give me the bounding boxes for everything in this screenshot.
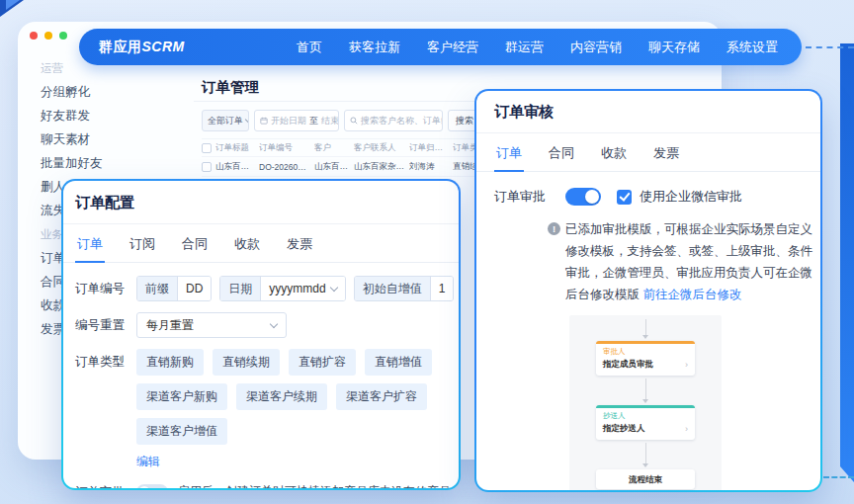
order-no-cell: DO-20260417-0... xyxy=(259,162,310,172)
flow-connector xyxy=(645,319,646,336)
node-title: 指定成员审批 xyxy=(603,359,653,371)
table-header-cell: 订单标题 xyxy=(215,142,255,154)
approval-info: ! 已添加审批模版，可根据企业实际场景自定义修改模板，支持会签、或签、上级审批、… xyxy=(565,218,814,305)
sidebar-item-chat-material[interactable]: 聊天素材 xyxy=(41,132,103,147)
nav-item-home[interactable]: 首页 xyxy=(297,39,322,56)
nav-item-acquisition[interactable]: 获客拉新 xyxy=(349,39,400,56)
minimize-window-icon[interactable] xyxy=(44,32,52,40)
order-type-tag[interactable]: 直销扩容 xyxy=(289,349,356,376)
config-tabs: 订单 订阅 合同 收款 发票 xyxy=(63,224,459,263)
screen: 群应用SCRM 首页 获客拉新 客户经营 群运营 内容营销 聊天存储 系统设置 … xyxy=(0,0,854,504)
sidebar-item-batch-add-friends[interactable]: 批量加好友 xyxy=(41,156,103,171)
order-type-tag[interactable]: 渠道客户增值 xyxy=(136,418,227,445)
order-title-cell: 山东百家杂技... xyxy=(215,161,255,173)
date-format-group[interactable]: 日期 yyyymmdd xyxy=(219,276,345,301)
order-config-panel: 订单配置 订单 订阅 合同 收款 发票 订单编号 前缀 DD 日期 yyyymm… xyxy=(61,179,461,490)
table-header-cell: 订单归属人 xyxy=(409,142,449,154)
tab-payment[interactable]: 收款 xyxy=(601,144,627,162)
seed-value[interactable]: 1 xyxy=(431,277,454,300)
panel-title: 订单配置 xyxy=(75,194,447,212)
date-end-placeholder: 结束日期 xyxy=(321,115,339,127)
audit-tabs: 订单 合同 收款 发票 xyxy=(476,133,820,172)
order-type-tag[interactable]: 直销增值 xyxy=(365,349,432,376)
order-type-tag[interactable]: 直销续期 xyxy=(213,349,280,376)
table-header-cell: 订单编号 xyxy=(259,142,310,154)
tab-subscription[interactable]: 订阅 xyxy=(129,235,155,253)
order-type-tag[interactable]: 渠道客户新购 xyxy=(136,383,227,410)
tab-invoice[interactable]: 发票 xyxy=(653,144,679,162)
tab-order[interactable]: 订单 xyxy=(77,235,103,253)
panel-title: 订单审核 xyxy=(494,103,803,122)
wechat-approval-label: 使用企业微信审批 xyxy=(640,188,742,206)
customer-cell: 山东百家杂技... xyxy=(314,161,350,173)
sidebar-item-group-incubation[interactable]: 分组孵化 xyxy=(41,85,103,100)
flow-connector xyxy=(645,378,646,400)
audit-approval-toggle[interactable] xyxy=(565,188,601,206)
chevron-right-icon: › xyxy=(685,360,688,370)
date-range-input[interactable]: 开始日期 至 结束日期 xyxy=(254,110,339,131)
chevron-down-icon xyxy=(329,283,337,291)
tab-order[interactable]: 订单 xyxy=(496,144,522,162)
tab-contract[interactable]: 合同 xyxy=(549,144,574,162)
wechat-approval-checkbox[interactable] xyxy=(617,190,632,205)
reset-select[interactable]: 每月重置 xyxy=(136,312,287,338)
node-title: 指定抄送人 xyxy=(603,423,645,435)
flow-arrow-icon xyxy=(642,463,648,467)
chevron-down-icon xyxy=(270,319,278,327)
flow-arrow-icon xyxy=(642,399,648,403)
order-search-input[interactable]: 搜索客户名称、订单编号 xyxy=(344,110,443,131)
select-all-checkbox[interactable] xyxy=(202,143,212,153)
row-checkbox[interactable] xyxy=(202,162,212,172)
calendar-icon xyxy=(260,117,268,125)
order-no-row: 订单编号 前缀 DD 日期 yyyymmdd 初始自增值 1 xyxy=(75,276,447,301)
nav-item-chat-archive[interactable]: 聊天存储 xyxy=(648,39,700,56)
tab-invoice[interactable]: 发票 xyxy=(287,235,312,253)
maximize-window-icon[interactable] xyxy=(59,32,67,40)
date-start-placeholder: 开始日期 xyxy=(271,115,306,127)
nav-item-content[interactable]: 内容营销 xyxy=(570,39,622,56)
prefix-input-group[interactable]: 前缀 DD xyxy=(136,276,212,301)
chevron-down-icon xyxy=(245,115,249,123)
dashed-connector-bottom xyxy=(823,476,854,478)
app-logo-cn: 群应用 xyxy=(99,39,142,54)
tab-payment[interactable]: 收款 xyxy=(234,235,260,253)
flow-node-end: 流程结束 xyxy=(596,469,695,489)
page-title: 订单管理 xyxy=(202,78,259,97)
chevron-right-icon: › xyxy=(685,424,688,434)
table-header-cell: 客户 xyxy=(314,142,350,154)
node-tag: 审批人 xyxy=(596,344,695,357)
app-logo: 群应用SCRM xyxy=(99,39,185,56)
order-type-tag[interactable]: 渠道客户扩容 xyxy=(336,383,427,410)
date-format-select[interactable]: yyyymmdd xyxy=(261,277,344,300)
corner-ribbon-decoration-light xyxy=(6,0,20,10)
flow-connector xyxy=(645,443,646,464)
info-icon: ! xyxy=(548,222,560,235)
close-window-icon[interactable] xyxy=(30,32,38,40)
go-to-wecom-link[interactable]: 前往企微后台修改 xyxy=(642,288,741,301)
edit-types-link[interactable]: 编辑 xyxy=(136,454,160,470)
contact-cell: 山东百家杂技马技 xyxy=(354,161,405,173)
order-type-tag[interactable]: 渠道客户续期 xyxy=(236,383,327,410)
order-status-select[interactable]: 全部订单 xyxy=(202,110,249,131)
field-label: 编号重置 xyxy=(75,312,136,338)
approval-hint: 启用后，创建订单时可快捷添加产品库中没有的产品 xyxy=(178,483,451,490)
nav-item-settings[interactable]: 系统设置 xyxy=(726,39,778,56)
tab-contract[interactable]: 合同 xyxy=(182,235,208,253)
prefix-label: 前缀 xyxy=(137,277,178,300)
order-approval-toggle[interactable] xyxy=(136,484,168,491)
order-type-tags: 直销新购 直销续期 直销扩容 直销增值 渠道客户新购 渠道客户续期 渠道客户扩容… xyxy=(136,349,432,445)
toggle-knob xyxy=(585,190,599,204)
nav-item-group[interactable]: 群运营 xyxy=(505,39,544,56)
field-label: 订单类型 xyxy=(75,349,136,470)
nav-item-customer[interactable]: 客户经营 xyxy=(427,39,478,56)
date-between-label: 至 xyxy=(309,115,318,127)
order-type-tag[interactable]: 直销新购 xyxy=(136,349,204,376)
app-logo-en: SCRM xyxy=(142,39,185,54)
audit-approval-row: 订单审批 使用企业微信审批 xyxy=(494,188,803,206)
prefix-value[interactable]: DD xyxy=(178,277,211,300)
sidebar-item-friend-mass-send[interactable]: 好友群发 xyxy=(41,109,103,124)
approval-flow-preview: 审批人 指定成员审批› 抄送人 指定抄送人› 流程结束 默认模板 xyxy=(569,315,722,492)
seed-label: 初始自增值 xyxy=(355,277,431,300)
top-navbar: 群应用SCRM 首页 获客拉新 客户经营 群运营 内容营销 聊天存储 系统设置 xyxy=(79,29,802,65)
seed-input-group[interactable]: 初始自增值 1 xyxy=(354,276,455,301)
